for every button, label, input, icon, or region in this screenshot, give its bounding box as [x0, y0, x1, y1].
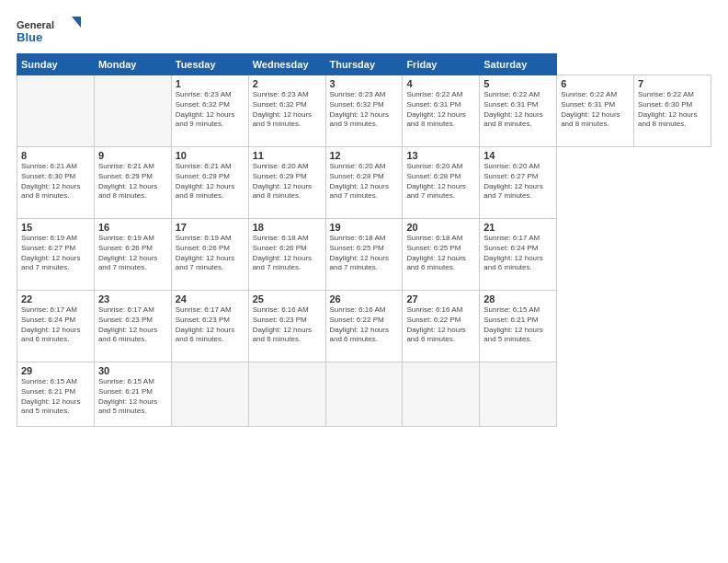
day-cell-2: 2 Sunrise: 6:23 AMSunset: 6:32 PMDayligh…: [248, 75, 325, 147]
day-info: Sunrise: 6:19 AMSunset: 6:26 PMDaylight:…: [98, 234, 167, 273]
day-number: 29: [21, 365, 90, 376]
svg-text:General: General: [17, 19, 54, 30]
day-cell-8: 8 Sunrise: 6:21 AMSunset: 6:30 PMDayligh…: [17, 147, 95, 219]
day-number: 1: [176, 78, 245, 89]
day-cell-25: 25 Sunrise: 6:16 AMSunset: 6:23 PMDaylig…: [248, 291, 325, 362]
weekday-header-sunday: Sunday: [17, 54, 95, 75]
day-number: 25: [253, 293, 322, 304]
day-number: 9: [98, 150, 167, 161]
weekday-header-saturday: Saturday: [480, 54, 557, 75]
day-info: Sunrise: 6:22 AMSunset: 6:30 PMDaylight:…: [638, 90, 707, 130]
day-info: Sunrise: 6:15 AMSunset: 6:21 PMDaylight:…: [483, 305, 552, 345]
header: General Blue: [17, 17, 711, 46]
day-number: 15: [21, 222, 90, 233]
day-cell-28: 28 Sunrise: 6:15 AMSunset: 6:21 PMDaylig…: [480, 291, 557, 362]
day-cell-10: 10 Sunrise: 6:21 AMSunset: 6:29 PMDaylig…: [171, 147, 248, 219]
day-cell-14: 14 Sunrise: 6:20 AMSunset: 6:27 PMDaylig…: [480, 147, 557, 219]
empty-cell: [17, 75, 95, 147]
day-cell-13: 13 Sunrise: 6:20 AMSunset: 6:28 PMDaylig…: [403, 147, 480, 219]
day-number: 2: [253, 78, 322, 89]
day-cell-11: 11 Sunrise: 6:20 AMSunset: 6:29 PMDaylig…: [248, 147, 325, 219]
day-cell-7: 7 Sunrise: 6:22 AMSunset: 6:30 PMDayligh…: [634, 75, 711, 147]
day-info: Sunrise: 6:15 AMSunset: 6:21 PMDaylight:…: [21, 377, 90, 417]
day-cell-1: 1 Sunrise: 6:23 AMSunset: 6:32 PMDayligh…: [171, 75, 248, 147]
empty-cell: [171, 362, 248, 427]
day-number: 3: [330, 78, 399, 89]
day-cell-4: 4 Sunrise: 6:22 AMSunset: 6:31 PMDayligh…: [403, 75, 480, 147]
day-info: Sunrise: 6:20 AMSunset: 6:28 PMDaylight:…: [406, 162, 475, 201]
empty-cell: [480, 362, 557, 427]
week-row-3: 15 Sunrise: 6:19 AMSunset: 6:27 PMDaylig…: [17, 219, 711, 291]
day-number: 27: [406, 293, 475, 304]
day-number: 14: [483, 150, 552, 161]
day-info: Sunrise: 6:16 AMSunset: 6:22 PMDaylight:…: [330, 305, 399, 345]
day-number: 28: [483, 293, 552, 304]
day-number: 5: [483, 78, 552, 89]
day-info: Sunrise: 6:19 AMSunset: 6:26 PMDaylight:…: [176, 234, 245, 273]
logo: General Blue: [17, 17, 81, 46]
day-info: Sunrise: 6:20 AMSunset: 6:29 PMDaylight:…: [253, 162, 322, 201]
day-info: Sunrise: 6:21 AMSunset: 6:29 PMDaylight:…: [98, 162, 167, 201]
day-cell-24: 24 Sunrise: 6:17 AMSunset: 6:23 PMDaylig…: [171, 291, 248, 362]
day-cell-22: 22 Sunrise: 6:17 AMSunset: 6:24 PMDaylig…: [17, 291, 95, 362]
day-info: Sunrise: 6:17 AMSunset: 6:24 PMDaylight:…: [483, 234, 552, 273]
day-number: 19: [330, 222, 399, 233]
day-number: 24: [176, 293, 245, 304]
day-number: 23: [98, 293, 167, 304]
day-number: 16: [98, 222, 167, 233]
day-info: Sunrise: 6:20 AMSunset: 6:28 PMDaylight:…: [330, 162, 399, 201]
day-number: 30: [98, 365, 167, 376]
day-info: Sunrise: 6:23 AMSunset: 6:32 PMDaylight:…: [176, 90, 245, 130]
week-row-4: 22 Sunrise: 6:17 AMSunset: 6:24 PMDaylig…: [17, 291, 711, 362]
day-cell-6: 6 Sunrise: 6:22 AMSunset: 6:31 PMDayligh…: [557, 75, 634, 147]
day-number: 6: [561, 78, 630, 89]
weekday-header-monday: Monday: [94, 54, 171, 75]
day-cell-30: 30 Sunrise: 6:15 AMSunset: 6:21 PMDaylig…: [94, 362, 171, 427]
weekday-header-tuesday: Tuesday: [171, 54, 248, 75]
day-info: Sunrise: 6:22 AMSunset: 6:31 PMDaylight:…: [483, 90, 552, 130]
empty-cell: [403, 362, 480, 427]
empty-cell: [248, 362, 325, 427]
day-number: 12: [330, 150, 399, 161]
day-info: Sunrise: 6:17 AMSunset: 6:23 PMDaylight:…: [176, 305, 245, 345]
day-info: Sunrise: 6:17 AMSunset: 6:24 PMDaylight:…: [21, 305, 90, 345]
weekday-header-friday: Friday: [403, 54, 480, 75]
day-cell-3: 3 Sunrise: 6:23 AMSunset: 6:32 PMDayligh…: [325, 75, 403, 147]
day-cell-16: 16 Sunrise: 6:19 AMSunset: 6:26 PMDaylig…: [94, 219, 171, 291]
day-cell-19: 19 Sunrise: 6:18 AMSunset: 6:25 PMDaylig…: [325, 219, 403, 291]
week-row-5: 29 Sunrise: 6:15 AMSunset: 6:21 PMDaylig…: [17, 362, 711, 427]
day-info: Sunrise: 6:21 AMSunset: 6:30 PMDaylight:…: [21, 162, 90, 201]
weekday-header-thursday: Thursday: [325, 54, 403, 75]
day-number: 8: [21, 150, 90, 161]
day-number: 21: [483, 222, 552, 233]
weekday-header-wednesday: Wednesday: [248, 54, 325, 75]
logo-svg: General Blue: [17, 17, 81, 46]
weekday-header-row: SundayMondayTuesdayWednesdayThursdayFrid…: [17, 54, 711, 75]
day-info: Sunrise: 6:16 AMSunset: 6:23 PMDaylight:…: [253, 305, 322, 345]
day-cell-15: 15 Sunrise: 6:19 AMSunset: 6:27 PMDaylig…: [17, 219, 95, 291]
day-info: Sunrise: 6:20 AMSunset: 6:27 PMDaylight:…: [483, 162, 552, 201]
day-cell-23: 23 Sunrise: 6:17 AMSunset: 6:23 PMDaylig…: [94, 291, 171, 362]
day-info: Sunrise: 6:18 AMSunset: 6:25 PMDaylight:…: [406, 234, 475, 273]
day-cell-5: 5 Sunrise: 6:22 AMSunset: 6:31 PMDayligh…: [480, 75, 557, 147]
day-info: Sunrise: 6:21 AMSunset: 6:29 PMDaylight:…: [176, 162, 245, 201]
day-cell-9: 9 Sunrise: 6:21 AMSunset: 6:29 PMDayligh…: [94, 147, 171, 219]
day-number: 22: [21, 293, 90, 304]
day-info: Sunrise: 6:18 AMSunset: 6:25 PMDaylight:…: [330, 234, 399, 273]
day-number: 18: [253, 222, 322, 233]
day-cell-20: 20 Sunrise: 6:18 AMSunset: 6:25 PMDaylig…: [403, 219, 480, 291]
day-cell-26: 26 Sunrise: 6:16 AMSunset: 6:22 PMDaylig…: [325, 291, 403, 362]
calendar: SundayMondayTuesdayWednesdayThursdayFrid…: [17, 53, 711, 427]
day-number: 7: [638, 78, 707, 89]
week-row-2: 8 Sunrise: 6:21 AMSunset: 6:30 PMDayligh…: [17, 147, 711, 219]
day-info: Sunrise: 6:16 AMSunset: 6:22 PMDaylight:…: [406, 305, 475, 345]
day-info: Sunrise: 6:18 AMSunset: 6:26 PMDaylight:…: [253, 234, 322, 273]
day-number: 26: [330, 293, 399, 304]
day-number: 4: [406, 78, 475, 89]
day-cell-29: 29 Sunrise: 6:15 AMSunset: 6:21 PMDaylig…: [17, 362, 95, 427]
day-info: Sunrise: 6:22 AMSunset: 6:31 PMDaylight:…: [561, 90, 630, 130]
week-row-1: 1 Sunrise: 6:23 AMSunset: 6:32 PMDayligh…: [17, 75, 711, 147]
day-number: 17: [176, 222, 245, 233]
empty-cell: [325, 362, 403, 427]
day-info: Sunrise: 6:23 AMSunset: 6:32 PMDaylight:…: [330, 90, 399, 130]
